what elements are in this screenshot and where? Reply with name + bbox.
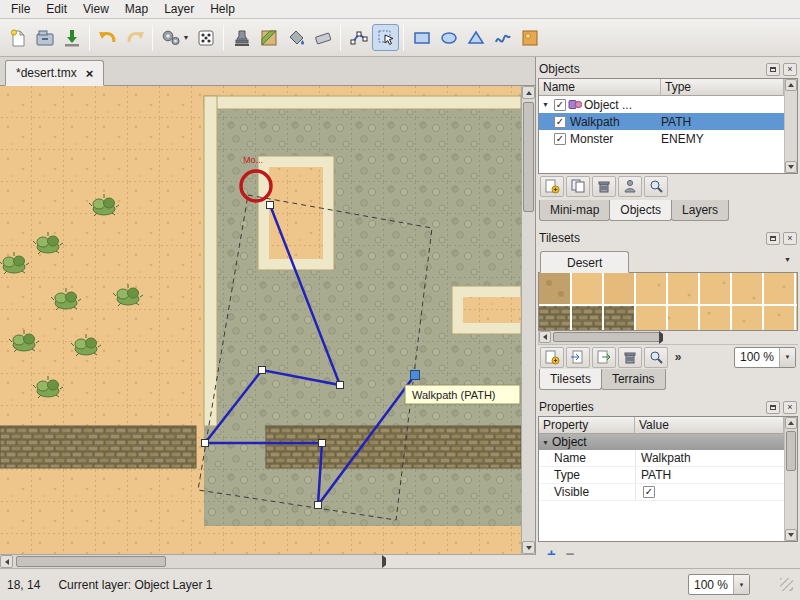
add-object-button[interactable]: [540, 176, 564, 197]
tab-desert-tmx[interactable]: *desert.tmx ×: [5, 60, 104, 86]
layer-visible-checkbox[interactable]: ✓: [554, 99, 566, 111]
map-vertical-scrollbar[interactable]: [521, 86, 535, 554]
tab-close-icon[interactable]: ×: [86, 67, 94, 80]
insert-rectangle-tool[interactable]: [408, 24, 435, 51]
tab-objects[interactable]: Objects: [609, 200, 672, 221]
tileset-properties-button[interactable]: [644, 347, 668, 368]
column-header-property[interactable]: Property: [539, 417, 635, 434]
scroll-down-button[interactable]: [522, 541, 535, 554]
remove-tileset-button[interactable]: [618, 347, 642, 368]
new-tileset-button[interactable]: [540, 347, 564, 368]
property-value-name[interactable]: Walkpath: [635, 450, 784, 466]
random-mode-button[interactable]: [192, 24, 219, 51]
tab-layers[interactable]: Layers: [671, 200, 729, 221]
vertex-handle[interactable]: [259, 367, 266, 374]
vertical-scroll-thumb[interactable]: [523, 102, 534, 212]
save-button[interactable]: [58, 24, 85, 51]
properties-scroll-thumb[interactable]: [786, 431, 796, 471]
remove-object-button[interactable]: [592, 176, 616, 197]
insert-polygon-tool[interactable]: [462, 24, 489, 51]
property-row-name[interactable]: Name Walkpath: [539, 450, 784, 467]
expander-icon[interactable]: ▼: [539, 101, 552, 108]
property-row-type[interactable]: Type PATH: [539, 467, 784, 484]
map-zoom-combo[interactable]: 100 % ▼: [688, 574, 750, 595]
insert-polyline-tool[interactable]: [489, 24, 516, 51]
stamp-brush-tool[interactable]: [228, 24, 255, 51]
column-header-value[interactable]: Value: [635, 417, 784, 434]
new-map-button[interactable]: [4, 24, 31, 51]
monster-row[interactable]: ✓ Monster ENEMY: [539, 130, 784, 147]
tileset-dropdown-icon[interactable]: ▼: [784, 256, 791, 263]
column-header-name[interactable]: Name: [539, 79, 661, 96]
scroll-up-button[interactable]: [785, 79, 797, 91]
redo-button[interactable]: [121, 24, 148, 51]
dropdown-icon[interactable]: ▼: [779, 348, 795, 367]
automap-dropdown-icon[interactable]: ▼: [180, 24, 192, 51]
dropdown-icon[interactable]: ▼: [733, 575, 749, 594]
property-group-object[interactable]: ▼ Object: [539, 434, 784, 450]
objects-scrollbar[interactable]: [784, 79, 797, 173]
inspect-object-button[interactable]: [644, 176, 668, 197]
bucket-fill-tool[interactable]: [282, 24, 309, 51]
menu-view[interactable]: View: [75, 0, 117, 18]
tileset-tab-desert[interactable]: Desert: [540, 251, 629, 273]
close-dock-button[interactable]: ×: [783, 401, 797, 414]
menu-edit[interactable]: Edit: [38, 0, 75, 18]
vertex-handle[interactable]: [267, 202, 274, 209]
monster-visible-checkbox[interactable]: ✓: [554, 133, 566, 145]
insert-ellipse-tool[interactable]: [435, 24, 462, 51]
eraser-tool[interactable]: [309, 24, 336, 51]
property-row-visible[interactable]: Visible ✓: [539, 484, 784, 501]
insert-tile-tool[interactable]: [516, 24, 543, 51]
edit-polygons-tool[interactable]: [345, 24, 372, 51]
scroll-right-button[interactable]: [508, 555, 521, 568]
menu-layer[interactable]: Layer: [156, 0, 202, 18]
object-layer-row[interactable]: ▼ ✓ Object ...: [539, 96, 784, 113]
walkpath-row[interactable]: ✓ Walkpath PATH: [539, 113, 784, 130]
property-value-type[interactable]: PATH: [635, 467, 784, 483]
float-dock-button[interactable]: [766, 401, 780, 414]
toolbar-overflow-button[interactable]: »: [670, 347, 686, 368]
vertex-handle[interactable]: [319, 440, 326, 447]
vertex-handle[interactable]: [337, 382, 344, 389]
vertex-handle[interactable]: [202, 440, 209, 447]
tileset-zoom-combo[interactable]: 100 % ▼: [734, 347, 796, 368]
map-canvas[interactable]: Mo... Walkpath (PATH): [0, 86, 521, 554]
tab-mini-map[interactable]: Mini-map: [539, 200, 610, 221]
tileset-scrollbar[interactable]: [538, 331, 798, 345]
scroll-left-button[interactable]: [539, 331, 551, 343]
horizontal-scroll-thumb[interactable]: [16, 556, 166, 567]
menu-map[interactable]: Map: [117, 0, 156, 18]
scroll-up-button[interactable]: [522, 86, 535, 99]
close-dock-button[interactable]: ×: [783, 232, 797, 245]
properties-scrollbar[interactable]: [784, 417, 797, 541]
scroll-down-button[interactable]: [785, 161, 797, 173]
float-dock-button[interactable]: [766, 63, 780, 76]
scroll-left-button[interactable]: [0, 555, 13, 568]
export-tileset-button[interactable]: [592, 347, 616, 368]
resize-grip[interactable]: [780, 578, 793, 591]
scroll-right-button[interactable]: [785, 331, 797, 343]
tileset-view[interactable]: [539, 273, 797, 330]
menu-help[interactable]: Help: [202, 0, 243, 18]
vertex-handle[interactable]: [315, 502, 322, 509]
column-header-type[interactable]: Type: [661, 79, 784, 96]
visible-checkbox[interactable]: ✓: [643, 486, 655, 498]
select-objects-tool[interactable]: [372, 24, 399, 51]
tab-tilesets[interactable]: Tilesets: [539, 369, 602, 390]
map-horizontal-scrollbar[interactable]: [0, 554, 521, 568]
walkpath-visible-checkbox[interactable]: ✓: [554, 116, 566, 128]
duplicate-object-button[interactable]: [566, 176, 590, 197]
menu-file[interactable]: File: [3, 0, 38, 18]
terrain-brush-tool[interactable]: [255, 24, 282, 51]
scroll-down-button[interactable]: [785, 529, 797, 541]
expander-icon[interactable]: ▼: [539, 439, 552, 446]
float-dock-button[interactable]: [766, 232, 780, 245]
tab-terrains[interactable]: Terrains: [601, 369, 666, 390]
open-button[interactable]: [31, 24, 58, 51]
undo-button[interactable]: [94, 24, 121, 51]
close-dock-button[interactable]: ×: [783, 63, 797, 76]
raise-object-button[interactable]: [618, 176, 642, 197]
scroll-up-button[interactable]: [785, 417, 797, 429]
selected-vertex-handle[interactable]: [411, 371, 420, 380]
